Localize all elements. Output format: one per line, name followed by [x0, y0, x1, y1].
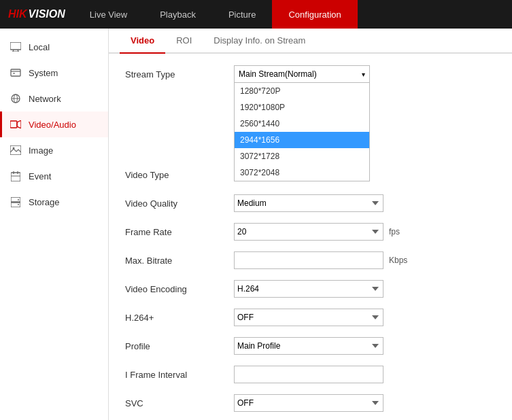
h264plus-control: ON OFF: [234, 309, 383, 326]
max-bitrate-label: Max. Bitrate: [125, 256, 234, 266]
iframe-interval-input[interactable]: 50: [234, 366, 383, 383]
stream-type-dropdown: 1280*720P 1920*1080P 2560*1440 2944*1656…: [234, 83, 370, 181]
stream-type-row: Stream Type Main Stream(Normal) ▾ 1280*7…: [125, 65, 496, 84]
profile-select[interactable]: Main Profile High Profile Basic Profile: [234, 337, 383, 355]
sidebar-label-system: System: [29, 68, 58, 78]
profile-control: Main Profile High Profile Basic Profile: [234, 337, 383, 355]
frame-rate-select[interactable]: 5 10 15 20 25 30: [234, 223, 383, 241]
sidebar-label-image: Image: [29, 145, 53, 156]
stream-option-1920[interactable]: 1920*1080P: [235, 99, 369, 116]
logo: HIKVISION: [0, 8, 73, 20]
tab-roi[interactable]: ROI: [165, 29, 203, 54]
stream-option-2560[interactable]: 2560*1440: [235, 116, 369, 132]
sidebar-item-video-audio[interactable]: Video/Audio: [0, 111, 108, 137]
tab-display-info[interactable]: Display Info. on Stream: [203, 29, 316, 54]
logo-white: VISION: [29, 8, 65, 20]
svc-label: SVC: [125, 398, 234, 408]
nav-items: Live View Playback Picture Configuration: [73, 0, 512, 29]
sidebar-label-network: Network: [29, 94, 61, 104]
h264plus-select[interactable]: ON OFF: [234, 309, 383, 326]
content-area: Video ROI Display Info. on Stream Stream…: [109, 29, 512, 420]
h264plus-row: H.264+ ON OFF: [125, 308, 496, 327]
stream-option-2944[interactable]: 2944*1656: [235, 132, 369, 148]
profile-row: Profile Main Profile High Profile Basic …: [125, 336, 496, 355]
nav-playback[interactable]: Playback: [143, 0, 212, 29]
event-icon: [10, 170, 22, 182]
storage-icon: [10, 196, 22, 208]
max-bitrate-control: 6144: [234, 251, 383, 269]
form-content: Stream Type Main Stream(Normal) ▾ 1280*7…: [109, 54, 512, 420]
svg-marker-11: [17, 120, 21, 128]
tab-video[interactable]: Video: [120, 29, 165, 54]
sidebar: Local System Network Video/Audio Image: [0, 29, 109, 420]
video-quality-label: Video Quality: [125, 198, 234, 209]
frame-rate-row: Frame Rate 5 10 15 20 25 30 fps: [125, 222, 496, 241]
video-type-label: Video Type: [125, 170, 234, 180]
frame-rate-unit: fps: [389, 227, 400, 237]
nav-configuration[interactable]: Configuration: [272, 0, 357, 29]
svc-row: SVC ON OFF: [125, 393, 496, 413]
video-encoding-label: Video Encoding: [125, 284, 234, 294]
frame-rate-label: Frame Rate: [125, 227, 234, 237]
sidebar-item-event[interactable]: Event: [0, 163, 108, 189]
tab-bar: Video ROI Display Info. on Stream: [109, 29, 512, 54]
svg-point-21: [18, 204, 19, 205]
sidebar-label-local: Local: [29, 42, 50, 52]
max-bitrate-row: Max. Bitrate 6144 Kbps: [125, 251, 496, 270]
video-icon: [10, 118, 22, 130]
iframe-interval-control: 50: [234, 366, 383, 383]
monitor-icon: [10, 41, 22, 53]
logo-red: HIK: [8, 8, 27, 20]
video-quality-control: Low Medium High Highest: [234, 194, 383, 212]
sidebar-label-event: Event: [29, 171, 51, 181]
stream-type-control: Main Stream(Normal) ▾ 1280*720P 1920*108…: [234, 65, 383, 83]
nav-picture[interactable]: Picture: [212, 0, 272, 29]
nav-live-view[interactable]: Live View: [73, 0, 143, 29]
svg-rect-10: [10, 121, 17, 128]
sidebar-item-local[interactable]: Local: [0, 34, 108, 60]
stream-option-1280[interactable]: 1280*720P: [235, 83, 369, 99]
image-icon: [10, 144, 22, 156]
iframe-interval-label: I Frame Interval: [125, 370, 234, 380]
svc-control: ON OFF: [234, 394, 383, 412]
stream-type-value: Main Stream(Normal): [239, 69, 317, 79]
stream-type-label: Stream Type: [125, 69, 234, 80]
stream-option-3072-2048[interactable]: 3072*2048: [235, 164, 369, 181]
stream-type-select[interactable]: Main Stream(Normal) ▾: [234, 65, 370, 83]
network-icon: [10, 92, 22, 105]
video-quality-row: Video Quality Low Medium High Highest: [125, 194, 496, 213]
sidebar-item-system[interactable]: System: [0, 60, 108, 86]
max-bitrate-input[interactable]: 6144: [234, 251, 383, 269]
top-navigation: HIKVISION Live View Playback Picture Con…: [0, 0, 512, 29]
main-layout: Local System Network Video/Audio Image: [0, 29, 512, 420]
iframe-interval-row: I Frame Interval 50: [125, 365, 496, 384]
frame-rate-control: 5 10 15 20 25 30: [234, 223, 383, 241]
svc-select[interactable]: ON OFF: [234, 394, 383, 412]
video-quality-select[interactable]: Low Medium High Highest: [234, 194, 383, 212]
sidebar-item-storage[interactable]: Storage: [0, 189, 108, 215]
sidebar-item-image[interactable]: Image: [0, 137, 108, 163]
svg-rect-0: [10, 42, 21, 50]
system-icon: [10, 67, 22, 79]
video-encoding-row: Video Encoding H.264 H.265 MJPEG: [125, 279, 496, 298]
stream-option-3072-1728[interactable]: 3072*1728: [235, 148, 369, 164]
h264plus-label: H.264+: [125, 313, 234, 323]
sidebar-item-network[interactable]: Network: [0, 86, 108, 111]
video-encoding-control: H.264 H.265 MJPEG: [234, 280, 383, 298]
svg-rect-4: [11, 69, 20, 76]
svg-rect-14: [11, 173, 20, 181]
sidebar-label-storage: Storage: [29, 197, 60, 207]
profile-label: Profile: [125, 341, 234, 351]
chevron-down-icon: ▾: [362, 71, 365, 78]
sidebar-label-video-audio: Video/Audio: [29, 120, 76, 130]
video-encoding-select[interactable]: H.264 H.265 MJPEG: [234, 280, 383, 298]
svg-point-20: [18, 199, 19, 200]
max-bitrate-unit: Kbps: [389, 256, 407, 265]
